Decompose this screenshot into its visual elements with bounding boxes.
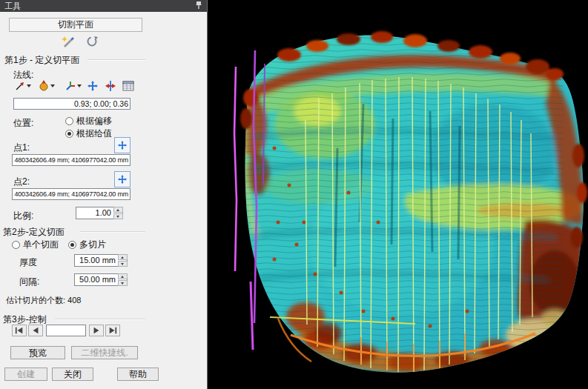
scale-label: 比例: <box>13 210 33 222</box>
spin-down-icon[interactable] <box>118 261 128 267</box>
radio-by-value[interactable]: 根据给值 <box>65 127 112 140</box>
radio-circle-icon <box>65 130 73 138</box>
divider <box>87 59 145 61</box>
point1-input[interactable] <box>12 154 131 166</box>
spacing-label: 间隔: <box>19 276 39 288</box>
point2-input[interactable] <box>12 188 131 200</box>
normal-two-arrows-icon[interactable] <box>102 78 119 94</box>
spacing-value: 50.00 mm <box>75 274 117 285</box>
skip-to-end-icon[interactable] <box>105 325 120 336</box>
point1-label: 点1: <box>13 142 30 154</box>
pin-icon[interactable] <box>194 1 204 11</box>
scale-spinner: 1.00 <box>76 207 123 219</box>
radio-single-section[interactable]: 单个切面 <box>12 239 59 251</box>
move-cross-icon <box>117 174 128 184</box>
spin-up-icon[interactable] <box>118 254 128 260</box>
shortcut-2d-button: 二维快捷线. <box>71 346 138 359</box>
create-button: 创建 <box>4 368 47 381</box>
panel-title: 工具 <box>4 1 21 10</box>
chevron-down-icon <box>27 84 31 87</box>
edit-plane-icon[interactable] <box>59 33 77 50</box>
radio-multi-label: 多切片 <box>79 239 106 251</box>
recompute-icon[interactable] <box>83 33 101 50</box>
normal-vector-input[interactable] <box>13 98 131 110</box>
next-icon[interactable] <box>89 325 104 336</box>
pick-point1-button[interactable] <box>114 137 131 153</box>
thickness-label: 厚度 <box>19 256 37 269</box>
radio-by-offset-label: 根据偏移 <box>76 115 112 127</box>
panel-titlebar: 工具 <box>0 0 207 12</box>
step1-title: 第1步 - 定义切平面 <box>4 54 79 67</box>
point2-label: 点2: <box>13 176 30 188</box>
chevron-down-icon <box>77 84 82 87</box>
tools-panel: 工具 切割平面 第1步 - 定义切平面 法线: <box>0 0 208 389</box>
radio-circle-icon <box>68 241 76 249</box>
spin-down-icon[interactable] <box>113 213 123 219</box>
move-cross-icon <box>117 140 128 150</box>
estimated-slices-text: 估计切片的个数: 408 <box>6 295 81 306</box>
thickness-value: 15.00 mm <box>75 255 117 266</box>
preview-button[interactable]: 预览 <box>10 346 65 359</box>
normal-flip-icon[interactable] <box>12 78 33 94</box>
radio-by-offset[interactable]: 根据偏移 <box>65 115 112 127</box>
spin-up-icon[interactable] <box>118 273 128 279</box>
previous-icon[interactable] <box>28 325 43 336</box>
chevron-down-icon <box>50 84 55 87</box>
radio-circle-icon <box>12 241 20 249</box>
spin-down-icon[interactable] <box>118 280 128 286</box>
radio-single-label: 单个切面 <box>23 239 59 251</box>
help-button[interactable]: 帮助 <box>117 368 159 381</box>
spacing-spinner: 50.00 mm <box>74 273 128 286</box>
divider <box>55 319 145 320</box>
point-cloud-scene[interactable] <box>208 0 588 389</box>
slice-index-input[interactable] <box>46 325 86 336</box>
radio-circle-icon <box>65 117 73 125</box>
spin-up-icon[interactable] <box>113 207 123 213</box>
step2-title: 第2步-定义切面 <box>3 226 65 239</box>
table-icon[interactable] <box>120 78 136 94</box>
position-label: 位置: <box>13 117 33 130</box>
thickness-spinner: 15.00 mm <box>74 254 128 267</box>
normal-cross-icon[interactable] <box>85 78 101 94</box>
viewport-3d[interactable] <box>208 0 588 389</box>
normal-3axis-icon[interactable] <box>62 78 83 94</box>
divider <box>80 231 145 233</box>
scale-value: 1.00 <box>76 207 113 219</box>
radio-multi-slices[interactable]: 多切片 <box>68 239 106 251</box>
section-header-cut-plane: 切割平面 <box>9 18 142 32</box>
normal-sphere-icon[interactable] <box>36 78 56 94</box>
radio-by-value-label: 根据给值 <box>76 127 112 140</box>
pick-point2-button[interactable] <box>114 171 131 187</box>
close-button[interactable]: 关闭 <box>52 368 93 381</box>
skip-to-start-icon[interactable] <box>12 325 27 336</box>
